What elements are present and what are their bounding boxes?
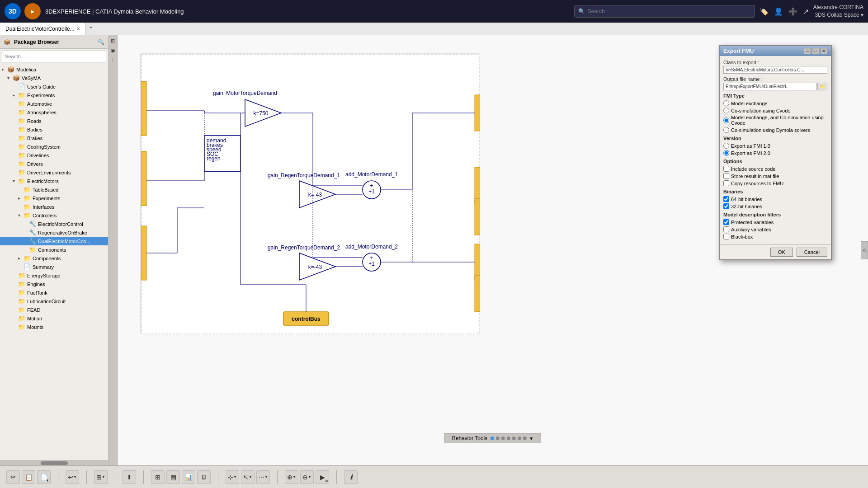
dialog-body: Class to export : VeSyMA.ElectricMotors.…: [720, 56, 831, 244]
tree-item-tablebased[interactable]: 📁 TableBased: [0, 185, 108, 194]
search-input[interactable]: [588, 8, 751, 14]
tree-label: FEAD: [27, 307, 40, 313]
fmi-cosim-dymola-radio[interactable]: [723, 127, 729, 133]
64bit-checkbox[interactable]: [723, 196, 729, 202]
right-handle[interactable]: <: [861, 241, 868, 259]
sidebar-search[interactable]: [2, 51, 106, 62]
32bit-checkbox[interactable]: [723, 203, 729, 209]
tree-item-interfaces[interactable]: 📁 Interfaces: [0, 202, 108, 211]
select-tool[interactable]: ⊹▼: [226, 470, 239, 484]
copy-resources-row: Copy resources to FMU: [723, 180, 827, 186]
copy-resources-checkbox[interactable]: [723, 180, 729, 186]
store-mat-checkbox[interactable]: [723, 173, 729, 179]
expand-icon[interactable]: ⊞: [110, 37, 116, 45]
fmi-model-exchange-cosim-radio[interactable]: [723, 117, 729, 123]
dialog-close-button[interactable]: ✕: [820, 48, 827, 54]
scissors-tool[interactable]: ✂: [6, 470, 20, 484]
view-icon[interactable]: ◉: [110, 47, 116, 54]
auxiliary-vars-checkbox[interactable]: [723, 226, 729, 232]
tree-item-electricmotors[interactable]: ▾ 📁 ElectricMotors: [0, 177, 108, 185]
folder-icon: 📁: [18, 160, 25, 167]
tree-item-experiments[interactable]: ▸ 📁 Experiments: [0, 91, 108, 99]
export-tool[interactable]: ⬆: [123, 470, 136, 484]
fmi1-radio[interactable]: [723, 143, 729, 149]
tree-item-regenerativeonbrake[interactable]: 🔧 RegenerativeOnBrake: [0, 228, 108, 237]
tree-item-fueltank[interactable]: 📁 FuelTank: [0, 288, 108, 297]
tree-item-summary[interactable]: 📄 Summary: [0, 263, 108, 271]
search-bar[interactable]: 🔍: [574, 5, 755, 18]
tree-item-fead[interactable]: 📁 FEAD: [0, 305, 108, 314]
tree-item-bodies[interactable]: 📁 Bodies: [0, 125, 108, 134]
paste-tool[interactable]: 📄▼: [37, 470, 51, 484]
diagram-area[interactable]: driverBus chassisBus batteryBus brakeCon…: [140, 53, 479, 333]
sidebar-scrollbar[interactable]: [0, 460, 108, 465]
tree-item-motion[interactable]: 📁 Motion: [0, 314, 108, 323]
copy-tool[interactable]: 📋: [22, 470, 35, 484]
user-icon[interactable]: 👤: [774, 7, 783, 16]
tree-icon[interactable]: ⋮: [109, 56, 116, 64]
tree-item-brakes[interactable]: 📁 Brakes: [0, 134, 108, 142]
blackbox-checkbox[interactable]: [723, 234, 729, 239]
chevron-down-icon[interactable]: ▼: [529, 436, 533, 441]
include-source-checkbox[interactable]: [723, 166, 729, 172]
tree-item-vesyma[interactable]: ▾ 📦 VeSyMA: [0, 74, 108, 82]
zoom-in-tool[interactable]: ⊕▼: [285, 470, 298, 484]
tree-item-automotive[interactable]: 📁 Automotive: [0, 99, 108, 108]
behavior-tools-tab[interactable]: Behavior Tools ▼: [444, 433, 541, 443]
share-icon[interactable]: ↗: [803, 7, 809, 16]
tree-item-engines[interactable]: 📁 Engines: [0, 280, 108, 288]
tree-item-components2[interactable]: ▸ 📁 Components: [0, 254, 108, 263]
tree-item-coolingsystem[interactable]: 📁 CoolingSystem: [0, 142, 108, 151]
cancel-button[interactable]: Cancel: [797, 248, 827, 257]
tree-item-lubricationcircuit[interactable]: 📁 LubricationCircuit: [0, 297, 108, 305]
copy-resources-label: Copy resources to FMU: [731, 181, 783, 186]
tab-close-icon[interactable]: ✕: [76, 26, 80, 31]
dialog-maximize-button[interactable]: □: [812, 48, 819, 54]
tree-item-controllers[interactable]: ▾ 📁 Controllers: [0, 211, 108, 220]
monitor-tool[interactable]: 🖥: [197, 470, 211, 484]
fmi-cosim-cvode-radio[interactable]: [723, 108, 729, 113]
info-tool[interactable]: ℹ: [344, 470, 358, 484]
svg-text:add_MotorDemand_1: add_MotorDemand_1: [345, 171, 398, 178]
tree-item-modelica[interactable]: ▸ 📦 Modelica: [0, 65, 108, 74]
file-browse-button[interactable]: 📁: [817, 83, 827, 90]
dialog-minimize-button[interactable]: ─: [804, 48, 811, 54]
tab-label: DualElectricMotorControlle...: [5, 26, 75, 32]
tree-item-components[interactable]: 📁 Components: [0, 245, 108, 254]
main-tab[interactable]: DualElectricMotorControlle... ✕: [0, 23, 86, 35]
tree-item-atmospheres[interactable]: 📁 Atmospheres: [0, 108, 108, 117]
tree-item-mounts[interactable]: 📁 Mounts: [0, 323, 108, 331]
step-tool[interactable]: ▶⊕: [316, 470, 329, 484]
component-tool[interactable]: ⊞▼: [94, 470, 108, 484]
fmi2-radio[interactable]: [723, 150, 729, 156]
chart-tool[interactable]: 📊: [182, 470, 195, 484]
fmi-radio-model-exchange-cosim: Model exchange, and Co-simulation using …: [723, 115, 827, 126]
arrow-icon: ▸: [18, 196, 24, 201]
tree-item-experiments2[interactable]: ▸ 📁 Experiments: [0, 194, 108, 202]
tree-item-driverenvironments[interactable]: 📁 DriverEnvironments: [0, 168, 108, 177]
tree-item-drivelines[interactable]: 📁 Drivelines: [0, 151, 108, 160]
table-tool[interactable]: ▤: [166, 470, 180, 484]
tree-item-energystorage[interactable]: 📁 EnergyStorage: [0, 271, 108, 280]
tree-item-drivers[interactable]: 📁 Drivers: [0, 160, 108, 168]
tree-item-dualelectricmotorcon[interactable]: 🔧 DualElectricMotorCon...: [0, 237, 108, 245]
protected-vars-checkbox[interactable]: [723, 219, 729, 225]
navigate-tool[interactable]: ⋯▼: [256, 470, 270, 484]
tree-item-users-guide[interactable]: 📄 User's Guide: [0, 82, 108, 91]
plus-icon[interactable]: ➕: [788, 7, 797, 16]
fmi-model-exchange-radio[interactable]: [723, 100, 729, 106]
tab-add-button[interactable]: +: [86, 23, 96, 35]
tree-label: VeSyMA: [22, 75, 41, 81]
cursor-tool[interactable]: ↖▼: [241, 470, 255, 484]
ok-button[interactable]: OK: [770, 248, 793, 257]
tree-item-roads[interactable]: 📁 Roads: [0, 117, 108, 125]
zoom-out-tool[interactable]: ⊖▼: [300, 470, 314, 484]
grid-tool[interactable]: ⊞: [151, 470, 165, 484]
sidebar-search-icon[interactable]: 🔍: [98, 39, 104, 45]
tree-item-electricmotorcontrol[interactable]: 🔧 ElectricMotorControl: [0, 220, 108, 228]
tag-icon[interactable]: 🏷️: [760, 7, 769, 16]
app-logo: 3D ▶: [5, 3, 41, 19]
undo-tool[interactable]: ↩▼: [66, 470, 79, 484]
folder-icon: 📁: [24, 186, 31, 193]
sidebar-search-input[interactable]: [5, 54, 103, 59]
